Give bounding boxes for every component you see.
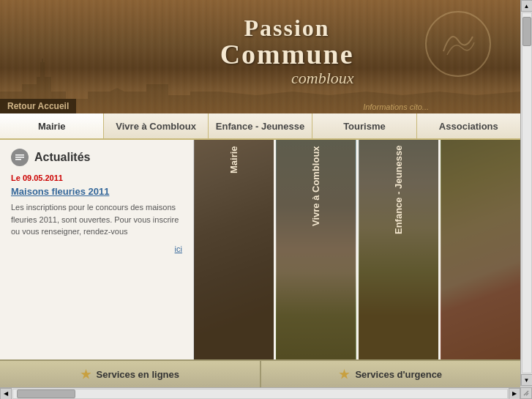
svg-rect-0: [15, 154, 24, 156]
services-urgence-label: Services d'urgence: [355, 369, 442, 380]
services-en-lignes-label: Services en lignes: [97, 369, 179, 380]
actualites-date: Le 09.05.2011: [11, 174, 182, 182]
title-commune: Commune: [220, 38, 354, 70]
scroll-track[interactable]: [522, 12, 532, 373]
right-panel: Mairie Vivre à Combloux Enfance - Jeunes…: [194, 140, 520, 359]
scrollbar-bottom[interactable]: ◀ ▶: [0, 387, 520, 399]
actualites-header: Actualités: [11, 149, 182, 166]
scroll-up-btn[interactable]: ▲: [521, 0, 533, 12]
nav-item-vivre[interactable]: Vivre à Combloux: [104, 113, 208, 138]
services-urgence-icon: ★: [339, 368, 349, 381]
svg-rect-1: [15, 157, 24, 158]
scroll-left-btn[interactable]: ◀: [0, 388, 12, 400]
hscroll-track[interactable]: [12, 389, 508, 399]
scroll-right-btn[interactable]: ▶: [509, 388, 520, 400]
img-label-mairie: Mairie: [194, 140, 274, 359]
circle-logo: [425, 11, 491, 77]
image-col-vivre[interactable]: Vivre à Combloux: [276, 140, 358, 359]
main-wrapper: Passion Commune combloux Retour Accueil …: [0, 0, 520, 387]
image-col-enfance[interactable]: Enfance - Jeunesse: [359, 140, 441, 359]
image-col-mairie[interactable]: Mairie: [194, 140, 276, 359]
scrollbar-right[interactable]: ▲ ▼: [520, 0, 532, 386]
nav-bar: Mairie Vivre à Combloux Enfance - Jeunes…: [0, 113, 520, 140]
nav-item-mairie[interactable]: Mairie: [0, 113, 104, 138]
left-panel: Actualités Le 09.05.2011 Maisons fleurie…: [0, 140, 194, 359]
content-area: Actualités Le 09.05.2011 Maisons fleurie…: [0, 140, 520, 359]
corner-icon: [522, 389, 530, 397]
nav-item-enfance[interactable]: Enfance - Jeunesse: [209, 113, 312, 138]
scroll-thumb[interactable]: [522, 17, 531, 46]
actualites-title: Actualités: [34, 151, 90, 164]
header-info: Informations cito...: [359, 100, 432, 113]
actualites-icon: [11, 149, 29, 166]
bottom-bar: ★ Services en lignes ★ Services d'urgenc…: [0, 359, 520, 387]
title-combloux: combloux: [220, 69, 354, 88]
img-label-vivre: Vivre à Combloux: [276, 140, 356, 359]
hscroll-thumb[interactable]: [17, 389, 75, 398]
actualites-article-link[interactable]: Maisons fleuries 2011: [11, 186, 182, 197]
actualites-ici: ici: [11, 242, 182, 255]
scroll-down-btn[interactable]: ▼: [521, 374, 533, 386]
image-col-extra[interactable]: [441, 140, 520, 359]
header-title: Passion Commune combloux: [220, 15, 354, 88]
nav-item-associations[interactable]: Associations: [417, 113, 520, 138]
actualites-article-text: Les inscriptions pour le concours des ma…: [11, 201, 182, 238]
retour-accueil[interactable]: Retour Accueil: [0, 99, 76, 113]
img-label-extra: [441, 140, 520, 359]
scrollbar-corner: [520, 387, 532, 399]
img-label-enfance: Enfance - Jeunesse: [359, 140, 438, 359]
logo-svg: [436, 22, 480, 66]
services-urgence-btn[interactable]: ★ Services d'urgence: [261, 361, 521, 387]
news-icon: [14, 152, 26, 163]
services-en-lignes-btn[interactable]: ★ Services en lignes: [0, 361, 261, 387]
header-banner: Passion Commune combloux Retour Accueil …: [0, 0, 520, 113]
nav-item-tourisme[interactable]: Tourisme: [312, 113, 416, 138]
svg-rect-2: [15, 159, 21, 160]
services-en-lignes-icon: ★: [80, 368, 91, 381]
ici-link[interactable]: ici: [175, 245, 182, 253]
